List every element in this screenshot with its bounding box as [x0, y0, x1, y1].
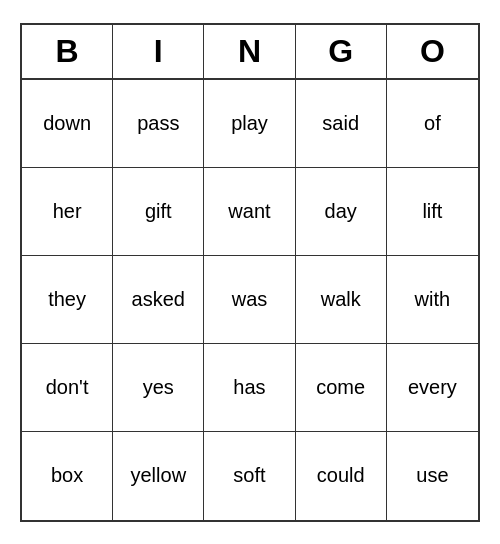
bingo-cell-4-3[interactable]: could [296, 432, 387, 520]
bingo-cell-2-0[interactable]: they [22, 256, 113, 344]
bingo-cell-2-2[interactable]: was [204, 256, 295, 344]
bingo-cell-1-4[interactable]: lift [387, 168, 478, 256]
header-letter-i: I [113, 25, 204, 78]
bingo-cell-0-3[interactable]: said [296, 80, 387, 168]
bingo-cell-1-3[interactable]: day [296, 168, 387, 256]
bingo-cell-0-2[interactable]: play [204, 80, 295, 168]
header-letter-b: B [22, 25, 113, 78]
bingo-header: BINGO [22, 25, 478, 80]
bingo-cell-3-1[interactable]: yes [113, 344, 204, 432]
bingo-cell-3-2[interactable]: has [204, 344, 295, 432]
bingo-cell-4-4[interactable]: use [387, 432, 478, 520]
bingo-card: BINGO downpassplaysaidofhergiftwantdayli… [20, 23, 480, 522]
bingo-cell-0-4[interactable]: of [387, 80, 478, 168]
bingo-cell-0-0[interactable]: down [22, 80, 113, 168]
header-letter-n: N [204, 25, 295, 78]
bingo-cell-1-2[interactable]: want [204, 168, 295, 256]
bingo-cell-3-0[interactable]: don't [22, 344, 113, 432]
bingo-cell-2-1[interactable]: asked [113, 256, 204, 344]
bingo-cell-4-0[interactable]: box [22, 432, 113, 520]
bingo-cell-2-4[interactable]: with [387, 256, 478, 344]
header-letter-o: O [387, 25, 478, 78]
bingo-cell-3-3[interactable]: come [296, 344, 387, 432]
bingo-cell-3-4[interactable]: every [387, 344, 478, 432]
bingo-cell-1-1[interactable]: gift [113, 168, 204, 256]
bingo-cell-0-1[interactable]: pass [113, 80, 204, 168]
bingo-cell-2-3[interactable]: walk [296, 256, 387, 344]
bingo-cell-1-0[interactable]: her [22, 168, 113, 256]
bingo-cell-4-1[interactable]: yellow [113, 432, 204, 520]
bingo-cell-4-2[interactable]: soft [204, 432, 295, 520]
header-letter-g: G [296, 25, 387, 78]
bingo-grid: downpassplaysaidofhergiftwantdayliftthey… [22, 80, 478, 520]
